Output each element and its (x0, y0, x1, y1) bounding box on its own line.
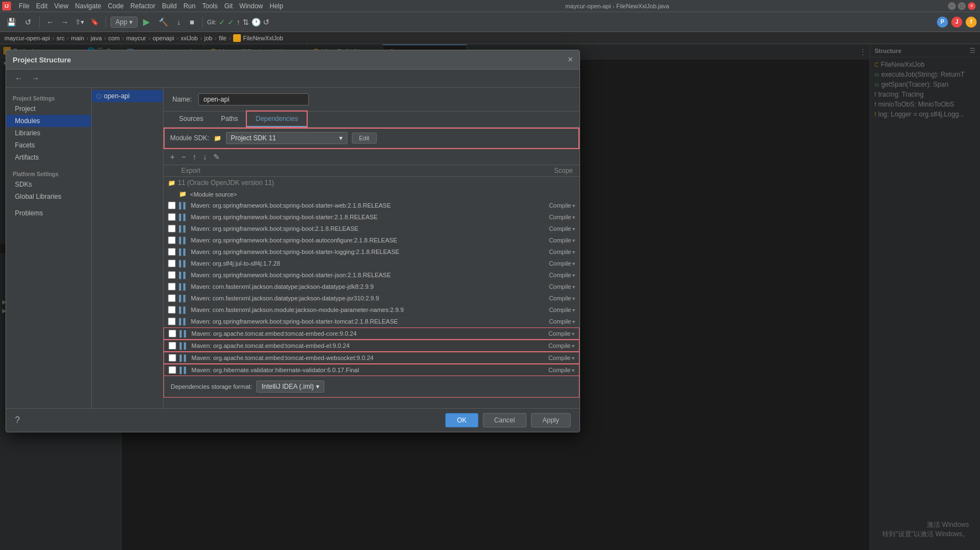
dep-checkbox[interactable] (168, 318, 176, 325)
back-button[interactable]: ← (44, 16, 56, 28)
breadcrumb-item-9[interactable]: file (219, 35, 226, 41)
dep-row-sb[interactable]: ▌▌ Maven: org.springframework.boot:sprin… (164, 223, 579, 235)
breadcrumb-item-8[interactable]: job (204, 35, 213, 41)
run-button[interactable]: ▶ (140, 15, 153, 29)
dep-checkbox[interactable] (168, 342, 176, 350)
breadcrumb-item-1[interactable]: src (56, 35, 65, 41)
dep-row-tomcat-el[interactable]: ▌▌ Maven: org.apache.tomcat.embed:tomcat… (164, 340, 579, 352)
deps-edit-button[interactable]: ✎ (211, 151, 222, 162)
bookmark-button[interactable]: 🔖 (88, 17, 101, 28)
sidebar-item-problems[interactable]: Problems (6, 207, 91, 219)
git-update[interactable]: ↑ (236, 18, 240, 27)
menu-build[interactable]: Build (159, 0, 180, 12)
window-close[interactable]: × (968, 2, 976, 10)
dialog-back-button[interactable]: ← (13, 73, 25, 84)
dialog-help-button[interactable]: ? (15, 415, 20, 425)
save-button[interactable]: 💾 (3, 16, 19, 28)
menu-code[interactable]: Code (104, 0, 127, 12)
dep-row-tomcat-core[interactable]: ▌▌ Maven: org.apache.tomcat.embed:tomcat… (164, 327, 579, 340)
dep-row-jackson-jdk8[interactable]: ▌▌ Maven: com.fasterxml.jackson.datatype… (164, 281, 579, 293)
deps-down-button[interactable]: ↓ (201, 151, 209, 162)
sidebar-item-artifacts[interactable]: Artifacts (6, 151, 91, 163)
menu-window[interactable]: Window (236, 0, 266, 12)
git-fetch[interactable]: ⇅ (243, 18, 249, 27)
breadcrumb-item-10[interactable]: FileNewXxlJob (243, 35, 283, 41)
dep-row-source[interactable]: 📁 <Module source> (164, 189, 579, 200)
breadcrumb-item-2[interactable]: main (71, 35, 85, 41)
update-button[interactable]: ↓ (173, 16, 184, 28)
window-maximize[interactable]: □ (958, 2, 966, 10)
tab-dependencies[interactable]: Dependencies (247, 112, 307, 127)
breadcrumb-item-6[interactable]: openapi (152, 35, 174, 41)
dialog-forward-button[interactable]: → (29, 73, 41, 84)
menu-git[interactable]: Git (221, 0, 236, 12)
deps-add-button[interactable]: + (168, 151, 177, 162)
dep-row-jackson-module[interactable]: ▌▌ Maven: com.fasterxml.jackson.module:j… (164, 304, 579, 316)
sidebar-item-global-libraries[interactable]: Global Libraries (6, 191, 91, 203)
dep-checkbox[interactable] (168, 354, 176, 362)
deps-up-button[interactable]: ↑ (190, 151, 198, 162)
tab-paths[interactable]: Paths (212, 112, 247, 127)
menu-refactor[interactable]: Refactor (127, 0, 159, 12)
dep-checkbox[interactable] (168, 294, 176, 302)
git-checkmark[interactable]: ✓ (219, 18, 225, 27)
dep-checkbox[interactable] (168, 330, 176, 337)
dialog-close-button[interactable]: × (568, 55, 573, 65)
dep-row-sb-json[interactable]: ▌▌ Maven: org.springframework.boot:sprin… (164, 269, 579, 281)
menu-tools[interactable]: Tools (199, 0, 221, 12)
deps-remove-button[interactable]: − (179, 151, 188, 162)
dep-row-slf4j[interactable]: ▌▌ Maven: org.slf4j:jul-to-slf4j:1.7.28 … (164, 258, 579, 269)
dep-checkbox[interactable] (168, 213, 176, 221)
dep-row-tomcat-ws[interactable]: ▌▌ Maven: org.apache.tomcat.embed:tomcat… (164, 352, 579, 364)
menu-navigate[interactable]: Navigate (72, 0, 104, 12)
dialog-ok-button[interactable]: OK (445, 413, 478, 427)
breadcrumb-item-4[interactable]: com (108, 35, 120, 41)
dep-row-sb-autoconfigure[interactable]: ▌▌ Maven: org.springframework.boot:sprin… (164, 235, 579, 246)
dialog-apply-button[interactable]: Apply (531, 413, 571, 427)
window-minimize[interactable]: − (948, 2, 956, 10)
dep-row-hibernate[interactable]: ▌▌ Maven: org.hibernate.validator:hibern… (164, 364, 579, 376)
dep-checkbox[interactable] (168, 225, 176, 232)
forward-button[interactable]: → (59, 16, 71, 28)
menu-view[interactable]: View (51, 0, 72, 12)
dep-row-jackson-jsr310[interactable]: ▌▌ Maven: com.fasterxml.jackson.datatype… (164, 293, 579, 304)
dep-row-sb-starter[interactable]: ▌▌ Maven: org.springframework.boot:sprin… (164, 211, 579, 223)
dep-checkbox[interactable] (168, 283, 176, 290)
dep-checkbox[interactable] (168, 260, 176, 267)
sidebar-item-libraries[interactable]: Libraries (6, 127, 91, 139)
breadcrumb-item-0[interactable]: maycur-open-api (4, 35, 50, 41)
dep-checkbox[interactable] (168, 236, 176, 244)
sdk-select[interactable]: Project SDK 11 ▾ (226, 132, 347, 144)
git-history[interactable]: 🕐 (251, 18, 261, 27)
project-selector[interactable]: App ▾ (110, 17, 138, 28)
dep-checkbox[interactable] (168, 202, 176, 209)
stop-button[interactable]: ■ (186, 16, 197, 28)
sidebar-item-facets[interactable]: Facets (6, 139, 91, 151)
sdk-edit-button[interactable]: Edit (352, 133, 377, 144)
sidebar-item-sdks[interactable]: SDKs (6, 178, 91, 191)
breadcrumb-item-7[interactable]: xxlJob (181, 35, 198, 41)
dep-checkbox[interactable] (168, 366, 176, 374)
dep-row-sb-web[interactable]: ▌▌ Maven: org.springframework.boot:sprin… (164, 200, 579, 211)
menu-file[interactable]: File (15, 0, 33, 12)
name-input[interactable] (198, 93, 309, 105)
breadcrumb-item-3[interactable]: java (91, 35, 102, 41)
menu-run[interactable]: Run (180, 0, 199, 12)
sidebar-item-project[interactable]: Project (6, 103, 91, 115)
storage-select[interactable]: IntelliJ IDEA (.iml) ▾ (256, 380, 324, 393)
dialog-cancel-button[interactable]: Cancel (483, 413, 526, 427)
build-button[interactable]: 🔨 (155, 16, 171, 28)
sidebar-item-modules[interactable]: Modules (6, 115, 91, 127)
git-rollback[interactable]: ↺ (263, 18, 270, 27)
dep-row-sb-tomcat[interactable]: ▌▌ Maven: org.springframework.boot:sprin… (164, 316, 579, 327)
recent-files-button[interactable]: ⇧▾ (73, 17, 86, 28)
breadcrumb-item-5[interactable]: maycur (126, 35, 146, 41)
refresh-button[interactable]: ↺ (22, 16, 35, 28)
dep-checkbox[interactable] (168, 271, 176, 279)
menu-edit[interactable]: Edit (33, 0, 51, 12)
dep-row-sb-logging[interactable]: ▌▌ Maven: org.springframework.boot:sprin… (164, 246, 579, 258)
tab-sources[interactable]: Sources (170, 112, 212, 127)
dep-checkbox[interactable] (168, 248, 176, 256)
module-item-open-api[interactable]: ⬡ open-api (92, 90, 163, 102)
git-push[interactable]: ✓ (228, 18, 234, 27)
